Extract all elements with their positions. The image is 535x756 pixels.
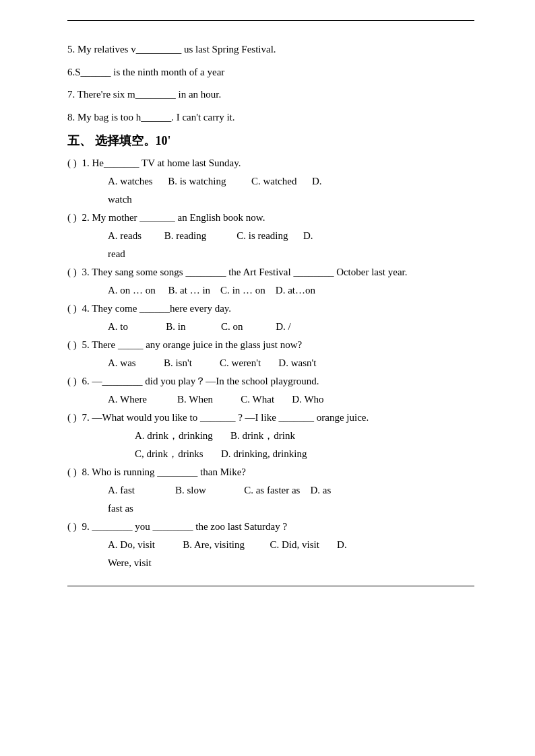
mc8-stem: 8. Who is running ________ than Mike? <box>80 463 246 481</box>
mc1-optC: C. watched <box>251 176 297 186</box>
mc3-optC: C. in … on <box>220 285 265 296</box>
mc9-optD-text: Were, visit <box>108 557 152 568</box>
mc-question-2: ( ) 2. My mother _______ an English book… <box>67 209 474 263</box>
mc9-stem: 9. ________ you ________ the zoo last Sa… <box>80 518 287 536</box>
bracket-5: ( ) <box>67 336 77 354</box>
mc8-optA: A. fast <box>108 485 135 495</box>
mc7-optD: D. drinking, drinking <box>221 448 307 459</box>
page: 5. My relatives v_________ us last Sprin… <box>0 0 535 756</box>
mc6-optB: B. When <box>177 394 213 405</box>
mc2-stem: 2. My mother _______ an English book now… <box>80 209 265 227</box>
fill-blank-section: 5. My relatives v_________ us last Sprin… <box>67 41 474 126</box>
mc4-optB: B. in <box>166 321 185 332</box>
mc6-optD: D. Who <box>292 394 323 405</box>
mc9-optA: A. Do, visit <box>108 539 155 550</box>
mc1-optB: B. is watching <box>168 176 226 186</box>
bracket-7: ( ) <box>67 409 77 427</box>
mc5-optB: B. isn't <box>164 357 192 368</box>
question-8: 8. My bag is too h______. I can't carry … <box>67 109 474 127</box>
question-7: 7. There're six m________ in an hour. <box>67 86 474 104</box>
mc7-optB: B. drink，drink <box>230 430 295 441</box>
mc3-stem: 3. They sang some songs ________ the Art… <box>80 263 408 281</box>
mc3-optB: B. at … in <box>168 285 211 296</box>
mc7-optC: C, drink，drinks <box>135 448 203 459</box>
mc-question-7: ( ) 7. —What would you like to _______ ?… <box>67 409 474 463</box>
bracket-2: ( ) <box>67 209 77 227</box>
mc-question-6: ( ) 6. —________ did you play？—In the sc… <box>67 372 474 409</box>
mc8-optB: B. slow <box>175 485 206 495</box>
mc3-optA: A. on … on <box>108 285 156 296</box>
bracket-8: ( ) <box>67 463 77 481</box>
mc4-optA: A. to <box>108 321 128 332</box>
mc1-stem: 1. He_______ TV at home last Sunday. <box>80 154 241 172</box>
bracket-3: ( ) <box>67 263 77 281</box>
mc1-optD: D. <box>312 176 322 186</box>
mc-question-1: ( ) 1. He_______ TV at home last Sunday.… <box>67 154 474 209</box>
bracket-9: ( ) <box>67 518 77 536</box>
mc-question-8: ( ) 8. Who is running ________ than Mike… <box>67 463 474 518</box>
question-5: 5. My relatives v_________ us last Sprin… <box>67 41 474 59</box>
mc4-optD: D. / <box>276 321 291 332</box>
mc8-optD-text: fast as <box>108 503 133 514</box>
mc9-optB: B. Are, visiting <box>183 539 245 550</box>
mc2-optD-text: read <box>108 248 125 259</box>
mc1-optD-text: watch <box>108 194 132 205</box>
bracket-1: ( ) <box>67 154 77 172</box>
mc6-stem: 6. —________ did you play？—In the school… <box>80 372 319 390</box>
mc5-optD: D. wasn't <box>278 357 316 368</box>
mc8-optC: C. as faster as <box>244 485 300 495</box>
mc-question-3: ( ) 3. They sang some songs ________ the… <box>67 263 474 300</box>
section-title: 五、 选择填空。10' <box>67 133 474 149</box>
mc8-optD: D. as <box>310 485 331 495</box>
mc5-stem: 5. There _____ any orange juice in the g… <box>80 336 302 354</box>
mc1-optA: A. watches <box>108 176 153 186</box>
mc2-optD: D. <box>303 230 313 241</box>
question-6: 6.S______ is the ninth month of a year <box>67 64 474 81</box>
mc5-optC: C. weren't <box>220 357 261 368</box>
bottom-rule <box>67 586 474 586</box>
bracket-6: ( ) <box>67 372 77 390</box>
mc6-optA: A. Where <box>108 394 147 405</box>
mc6-optC: C. What <box>241 394 274 405</box>
mc-question-5: ( ) 5. There _____ any orange juice in t… <box>67 336 474 372</box>
mc7-optA: A. drink，drinking <box>135 430 213 441</box>
mc9-optD: D. <box>337 539 347 550</box>
mc2-optC: C. is reading <box>237 230 288 241</box>
top-rule <box>67 20 474 21</box>
bracket-4: ( ) <box>67 300 77 318</box>
mc2-optB: B. reading <box>164 230 207 241</box>
mc3-optD: D. at…on <box>276 285 315 296</box>
mc9-optC: C. Did, visit <box>270 539 319 550</box>
mc-question-9: ( ) 9. ________ you ________ the zoo las… <box>67 518 474 572</box>
mc7-stem: 7. —What would you like to _______ ? —I … <box>80 409 369 427</box>
mc4-stem: 4. They come ______here every day. <box>80 300 231 318</box>
mc-question-4: ( ) 4. They come ______here every day. A… <box>67 300 474 336</box>
mc5-optA: A. was <box>108 357 136 368</box>
mc4-optC: C. on <box>221 321 243 332</box>
mc2-optA: A. reads <box>108 230 141 241</box>
